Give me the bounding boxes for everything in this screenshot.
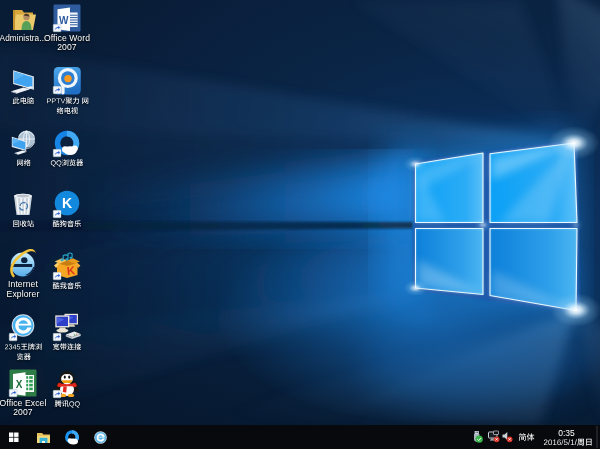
svg-text:X: X: [16, 379, 23, 390]
svg-text:W: W: [59, 15, 69, 26]
svg-text:K: K: [62, 195, 72, 211]
